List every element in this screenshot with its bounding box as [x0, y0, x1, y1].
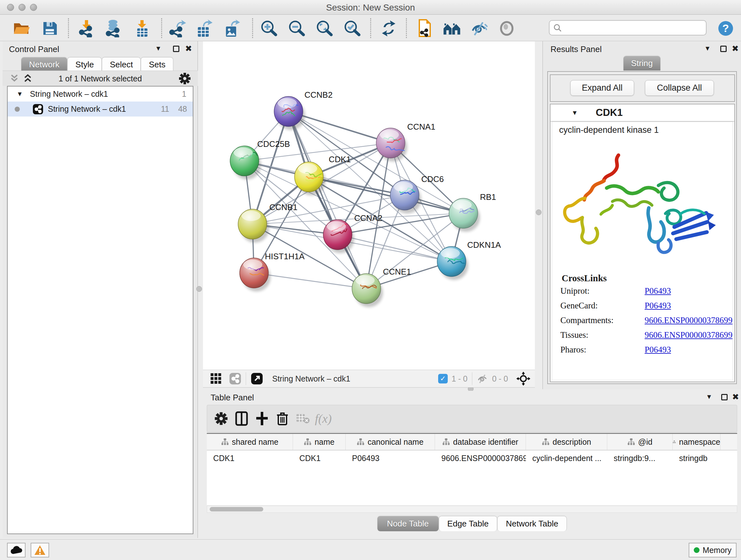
section-collapse-icon[interactable]: ▼ — [571, 109, 578, 117]
network-node-CCNB2[interactable]: CCNB2 — [274, 90, 333, 130]
horizontal-scrollbar[interactable] — [207, 506, 737, 513]
network-share-gray-icon[interactable] — [229, 373, 241, 385]
eye-button[interactable] — [498, 19, 516, 37]
crosslink-label: Uniprot: — [552, 286, 613, 296]
network-node-CCNA1[interactable]: CCNA1 — [376, 122, 435, 162]
network-collection-row[interactable]: ▼ String Network – cdk1 1 — [8, 86, 193, 102]
grid-view-icon[interactable] — [210, 373, 222, 385]
save-session-button[interactable] — [41, 19, 59, 37]
float-panel-icon[interactable] — [721, 394, 728, 400]
tree-expand-icon[interactable]: ▼ — [17, 90, 23, 98]
cdk1-section-header[interactable]: ▼ CDK1 — [550, 105, 734, 122]
tab-edge-table[interactable]: Edge Table — [439, 516, 497, 531]
crosslink-link[interactable]: P06493 — [645, 345, 671, 355]
import-network-from-database-button[interactable] — [105, 19, 123, 37]
column-header[interactable]: namespace — [673, 434, 721, 450]
table-cell[interactable]: stringdb:9... — [607, 450, 673, 466]
fit-content-crosshair-icon[interactable] — [516, 372, 530, 386]
search-field[interactable] — [549, 20, 706, 36]
tab-network[interactable]: Network — [21, 57, 67, 72]
network-node-RB1[interactable]: RB1 — [449, 192, 496, 232]
network-node-CDC6[interactable]: CDC6 — [390, 174, 444, 213]
add-column-button[interactable] — [252, 408, 272, 429]
crosslink-link[interactable]: 9606.ENSP00000378699 — [645, 330, 732, 340]
table-settings-button[interactable] — [211, 408, 231, 429]
crosslink-link[interactable]: P06493 — [645, 286, 671, 296]
network-edge-CCNB2-CCNE1[interactable] — [288, 111, 366, 289]
close-panel-icon[interactable]: ✖ — [732, 44, 739, 53]
delete-table-button[interactable] — [293, 408, 313, 429]
table-cell[interactable]: CDK1 — [293, 450, 346, 466]
refresh-button[interactable] — [380, 19, 398, 37]
splitter-handle[interactable] — [536, 209, 542, 215]
tab-string[interactable]: String — [623, 56, 661, 71]
column-header[interactable]: shared name — [207, 434, 293, 450]
network-edge-HIST1H1A-CCNE1[interactable] — [254, 273, 366, 289]
float-panel-icon[interactable] — [173, 46, 179, 52]
column-header[interactable]: @id — [607, 434, 673, 450]
network-row-selected[interactable]: String Network – cdk1 11 48 — [8, 102, 193, 117]
network-canvas[interactable]: CCNB2CCNA1CDC25BCDK1CDC6RB1CCNB1CCNA2CDK… — [203, 42, 535, 370]
export-table-button[interactable] — [195, 19, 213, 37]
export-image-button[interactable] — [223, 19, 241, 37]
zoom-selected-button[interactable] — [343, 19, 361, 37]
zoom-fit-button[interactable] — [316, 19, 333, 37]
network-node-HIST1H1A[interactable]: HIST1H1A — [240, 252, 305, 292]
column-header[interactable]: canonical name — [346, 434, 435, 450]
close-panel-icon[interactable]: ✖ — [732, 392, 739, 401]
network-edge-CCNA2-CDKN1A[interactable] — [338, 235, 452, 261]
network-edge-CCNB2-RB1[interactable] — [288, 111, 463, 213]
houses-button[interactable] — [443, 19, 461, 37]
collapse-all-button[interactable]: Collapse All — [645, 80, 714, 96]
tab-style[interactable]: Style — [67, 57, 102, 72]
function-builder-button[interactable]: f(x) — [313, 408, 333, 429]
column-header[interactable]: description — [526, 434, 607, 450]
tab-node-table[interactable]: Node Table — [377, 516, 439, 531]
selected-checkbox-icon[interactable]: ✓ — [438, 374, 448, 383]
zoom-in-button[interactable] — [260, 19, 278, 37]
hidden-eye-icon[interactable] — [477, 374, 488, 384]
import-network-from-file-button[interactable] — [78, 19, 96, 37]
collapse-panel-icon[interactable]: ▾ — [707, 392, 711, 401]
table-row[interactable]: CDK1CDK1P064939606.ENSP00000378699cyclin… — [207, 450, 737, 466]
help-button[interactable]: ? — [717, 19, 735, 37]
show-columns-button[interactable] — [231, 408, 252, 429]
gear-icon[interactable] — [179, 72, 191, 84]
scrollbar-thumb[interactable] — [210, 507, 263, 511]
open-session-button[interactable] — [13, 19, 30, 37]
tab-network-table[interactable]: Network Table — [497, 516, 567, 531]
search-input[interactable] — [565, 23, 702, 32]
table-cell[interactable]: P06493 — [346, 450, 435, 466]
memory-button[interactable]: Memory — [689, 543, 737, 557]
control-panel: Control Panel ▾ ✖ NetworkStyleSelectSets… — [3, 41, 198, 538]
collapse-panel-icon[interactable]: ▾ — [156, 44, 160, 53]
column-header[interactable]: database identifier — [435, 434, 526, 450]
tab-select[interactable]: Select — [102, 57, 141, 72]
hide-eye-icon — [470, 20, 488, 37]
delete-column-button[interactable] — [272, 408, 293, 429]
crosslink-link[interactable]: 9606.ENSP00000378699 — [645, 315, 732, 325]
column-header[interactable]: name — [293, 434, 346, 450]
plus-icon — [256, 411, 268, 426]
close-panel-icon[interactable]: ✖ — [185, 44, 192, 53]
network-node-CDKN1A[interactable]: CDKN1A — [437, 240, 501, 280]
hide-eye-button[interactable] — [470, 19, 488, 37]
expand-all-button[interactable]: Expand All — [570, 80, 634, 96]
table-cell[interactable]: cyclin-dependent ... — [526, 450, 607, 466]
table-cell[interactable]: stringdb — [673, 450, 721, 466]
cloud-status-button[interactable] — [7, 543, 25, 557]
table-cell[interactable]: CDK1 — [207, 450, 293, 466]
splitter-handle[interactable] — [196, 286, 202, 292]
collapse-panel-icon[interactable]: ▾ — [705, 44, 710, 53]
birds-eye-view-icon[interactable] — [251, 372, 263, 385]
import-table-button[interactable] — [133, 19, 151, 37]
tab-sets[interactable]: Sets — [141, 57, 173, 72]
crosslink-link[interactable]: P06493 — [645, 301, 671, 311]
warnings-button[interactable] — [30, 543, 49, 557]
network-node-CCNE1[interactable]: CCNE1 — [352, 267, 411, 307]
float-panel-icon[interactable] — [720, 46, 727, 52]
export-network-button[interactable] — [169, 19, 186, 37]
zoom-out-button[interactable] — [288, 19, 306, 37]
table-cell[interactable]: 9606.ENSP00000378699 — [435, 450, 526, 466]
document-network-button[interactable] — [415, 19, 433, 37]
